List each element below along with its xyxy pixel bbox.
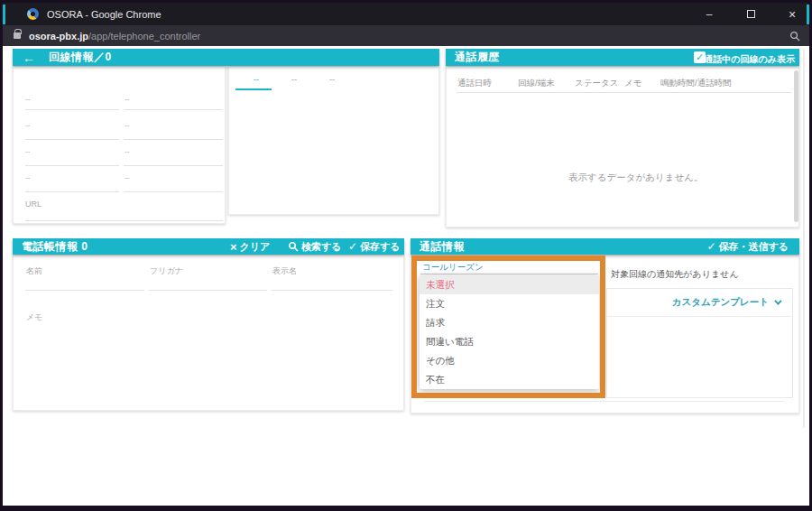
line-field-label: --	[25, 173, 30, 181]
col-header-memo: メモ	[624, 78, 641, 89]
table-header-divider	[457, 92, 791, 93]
window-title: OSORA - Google Chrome	[47, 9, 161, 20]
custom-template-toggle[interactable]: カスタムテンプレート	[672, 296, 780, 309]
line-info-header: ← 回線情報／0	[13, 49, 439, 66]
close-button[interactable]: ×	[782, 7, 802, 22]
active-tab-underline	[235, 88, 272, 90]
menu-option-other[interactable]: その他	[420, 351, 599, 370]
phonebook-header: 電話帳情報 0 × クリア 検索する ✓ 保存する	[13, 238, 404, 255]
window-controls: – ×	[699, 3, 802, 25]
name-input[interactable]	[25, 290, 144, 291]
line-field-input[interactable]	[124, 109, 223, 110]
page-scrollbar[interactable]	[803, 49, 805, 428]
custom-template-label: カスタムテンプレート	[672, 296, 769, 309]
call-reason-select[interactable]	[420, 274, 598, 274]
url-path: /app/telephone_controller	[88, 31, 200, 42]
menu-option-unselected[interactable]: 未選択	[420, 275, 599, 294]
name-label: 名前	[26, 265, 42, 277]
empty-state-message: 表示するデータがありません。	[568, 172, 703, 184]
display-name-label: 表示名	[272, 265, 297, 277]
url-field-input[interactable]	[25, 220, 223, 221]
url-field-label: URL	[25, 200, 42, 209]
call-history-header: 通話履歴 ✓ 通話中の回線のみ表示	[446, 49, 799, 66]
url-domain: osora-pbx.jp	[29, 31, 88, 42]
search-icon[interactable]	[789, 31, 800, 42]
check-icon: ✓	[706, 240, 715, 253]
line-field-input[interactable]	[25, 109, 119, 110]
line-info-fields-card: -- -- -- -- -- -- -- -- URL	[13, 66, 226, 224]
line-field-input[interactable]	[25, 139, 119, 140]
col-header-status: ステータス	[575, 78, 618, 89]
history-scrollbar[interactable]	[794, 70, 798, 222]
menu-option-wrong-number[interactable]: 間違い電話	[420, 332, 599, 351]
clear-x-icon: ×	[230, 240, 237, 254]
app-window: OSORA - Google Chrome – × osora-pbx.jp /…	[0, 0, 812, 511]
display-name-input[interactable]	[272, 290, 392, 291]
menu-option-absent[interactable]: 不在	[420, 370, 599, 389]
clear-button[interactable]: × クリア	[230, 240, 270, 254]
memo-label: メモ	[26, 311, 42, 323]
phonebook-title: 電話帳情報 0	[22, 239, 88, 255]
maximize-icon	[747, 10, 755, 18]
chevron-down-icon	[774, 297, 781, 304]
col-header-line: 回線/端末	[518, 78, 555, 89]
line-field-label: --	[25, 121, 30, 129]
call-info-card: コールリーズン 未選択 注文 請求 間違い電話 その他 不在 対象回線の通知先が…	[411, 255, 799, 413]
page-content: ← 回線情報／0 -- -- -- -- -- -- -- -- URL	[3, 46, 809, 506]
call-info-title: 通話情報	[420, 239, 465, 255]
menu-option-order[interactable]: 注文	[420, 294, 599, 313]
line-field-label: --	[125, 95, 129, 103]
osora-favicon-icon	[27, 8, 39, 20]
line-field-label: --	[125, 147, 129, 155]
titlebar-accent-left	[3, 5, 5, 24]
line-field-input[interactable]	[25, 165, 119, 166]
save-send-button[interactable]: ✓ 保存・送信する	[706, 240, 789, 254]
search-button[interactable]: 検索する	[288, 240, 342, 254]
line-field-input[interactable]	[124, 165, 223, 166]
line-tab-3[interactable]: --	[314, 75, 350, 84]
menu-option-billing[interactable]: 請求	[420, 313, 599, 332]
call-info-bottom-divider	[424, 401, 784, 402]
custom-template-card: カスタムテンプレート	[606, 288, 793, 398]
furigana-input[interactable]	[149, 290, 267, 291]
call-history-title: 通話履歴	[455, 50, 500, 65]
line-field-label: --	[25, 95, 30, 103]
col-header-duration: 鳴動時間/通話時間	[660, 78, 732, 89]
back-arrow-icon[interactable]: ←	[23, 51, 35, 64]
save-button[interactable]: ✓ 保存する	[348, 240, 401, 254]
line-field-input[interactable]	[25, 191, 119, 192]
call-reason-menu: 未選択 注文 請求 間違い電話 その他 不在	[420, 275, 599, 389]
call-history-card: 通話日時 回線/端末 ステータス メモ 鳴動時間/通話時間 表示するデータがあり…	[446, 66, 799, 228]
line-field-input[interactable]	[124, 191, 223, 192]
line-info-tabs-card: -- -- --	[228, 66, 439, 215]
line-tab-1[interactable]: --	[238, 75, 274, 84]
phonebook-card: 名前 フリガナ 表示名 メモ	[13, 255, 404, 411]
col-header-datetime: 通話日時	[457, 78, 492, 89]
minimize-button[interactable]: –	[699, 8, 719, 21]
line-tab-2[interactable]: --	[276, 75, 312, 84]
lock-icon	[14, 33, 21, 39]
url-bar[interactable]: osora-pbx.jp /app/telephone_controller	[3, 25, 809, 46]
line-field-label: --	[125, 173, 129, 181]
no-notify-target-notice: 対象回線の通知先がありません	[611, 268, 739, 281]
titlebar-accent-right	[807, 5, 809, 24]
line-info-title: 回線情報／0	[49, 50, 112, 65]
memo-input[interactable]	[25, 323, 392, 400]
line-field-input[interactable]	[124, 139, 223, 140]
furigana-label: フリガナ	[150, 265, 183, 277]
line-field-label: --	[125, 121, 129, 129]
search-icon	[288, 241, 299, 252]
check-icon: ✓	[348, 240, 357, 253]
call-info-header: 通話情報 ✓ 保存・送信する	[411, 238, 799, 255]
maximize-button[interactable]	[741, 8, 761, 21]
filter-checkbox-label[interactable]: 通話中の回線のみ表示	[704, 53, 795, 66]
window-titlebar: OSORA - Google Chrome – ×	[3, 3, 809, 25]
call-reason-label: コールリーズン	[422, 262, 484, 274]
line-field-label: --	[25, 147, 30, 155]
